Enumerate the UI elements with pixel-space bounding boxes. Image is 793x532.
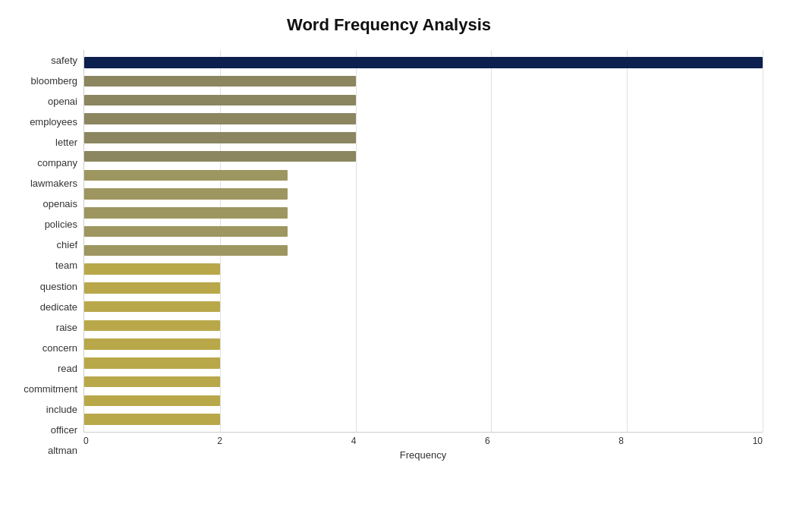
y-label: officer — [51, 425, 77, 435]
bar-rows — [84, 50, 763, 432]
bar — [84, 414, 220, 425]
y-label: policies — [45, 219, 77, 229]
bar-row — [84, 91, 763, 110]
x-axis-label: Frequency — [83, 449, 763, 461]
y-label: read — [58, 364, 77, 373]
bar-row — [84, 354, 763, 373]
bar-row — [84, 260, 763, 279]
y-label: question — [40, 282, 77, 291]
bar — [84, 282, 220, 294]
bars-area — [83, 50, 763, 433]
bar-row — [84, 53, 763, 72]
y-label: safety — [51, 55, 77, 65]
x-tick: 8 — [618, 436, 624, 446]
y-label: team — [55, 260, 77, 270]
bar — [84, 301, 220, 313]
bar-row — [84, 166, 763, 185]
x-tick: 0 — [83, 436, 89, 446]
bar — [84, 207, 288, 219]
y-label: company — [37, 158, 77, 168]
bar-row — [84, 128, 763, 147]
y-label: employees — [30, 117, 77, 127]
bar — [84, 263, 220, 275]
bar — [84, 188, 288, 200]
y-label: openai — [48, 96, 77, 106]
bar-row — [84, 203, 763, 222]
bar — [84, 132, 356, 143]
bar — [84, 226, 288, 238]
y-label: letter — [55, 137, 77, 147]
bar — [84, 76, 356, 87]
bar-row — [84, 279, 763, 297]
y-label: dedicate — [40, 302, 77, 312]
bar — [84, 151, 356, 162]
grid-line — [763, 50, 763, 432]
bar-row — [84, 392, 763, 411]
x-tick: 4 — [351, 436, 357, 446]
y-label: openais — [42, 199, 77, 209]
y-label: include — [46, 405, 77, 414]
bar-row — [84, 147, 763, 166]
bar-row — [84, 297, 763, 316]
y-label: lawmakers — [30, 178, 77, 188]
bar-row — [84, 184, 763, 203]
x-tick: 2 — [217, 436, 222, 446]
bars-and-xaxis: 0246810 Frequency — [83, 50, 763, 461]
bar — [84, 357, 220, 369]
bar-row — [84, 373, 763, 392]
bar-row — [84, 72, 763, 91]
bar — [84, 245, 288, 257]
chart-title: Word Frequency Analysis — [15, 15, 763, 35]
y-label: raise — [56, 323, 77, 332]
y-label: concern — [42, 343, 77, 353]
bar — [84, 170, 288, 181]
x-axis: 0246810 — [83, 433, 763, 446]
y-axis: safetybloombergopenaiemployeeslettercomp… — [15, 50, 83, 461]
bar-row — [84, 241, 763, 260]
chart-area: safetybloombergopenaiemployeeslettercomp… — [15, 50, 763, 461]
bar-row — [84, 316, 763, 335]
bar-row — [84, 109, 763, 128]
bar-row — [84, 222, 763, 241]
bar-row — [84, 410, 763, 429]
bar-row — [84, 335, 763, 354]
x-tick: 6 — [485, 436, 490, 446]
bar — [84, 57, 763, 68]
bar — [84, 376, 220, 388]
y-label: chief — [57, 240, 77, 250]
bar — [84, 320, 220, 332]
chart-container: Word Frequency Analysis safetybloombergo… — [0, 0, 793, 532]
bar — [84, 338, 220, 350]
bar — [84, 95, 356, 106]
y-label: altman — [48, 445, 77, 455]
bar — [84, 395, 220, 407]
y-label: bloomberg — [31, 76, 77, 86]
bar — [84, 113, 356, 124]
y-label: commitment — [24, 384, 77, 394]
x-tick: 10 — [753, 436, 763, 446]
